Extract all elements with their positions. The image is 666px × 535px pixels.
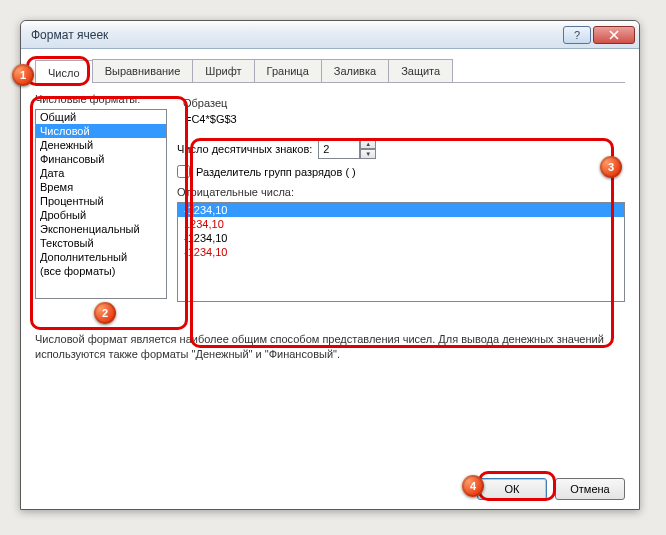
annotation-badge: 3 [600, 156, 622, 178]
decimals-label: Число десятичных знаков: [177, 143, 312, 155]
list-item[interactable]: Общий [36, 110, 166, 124]
category-label: Числовые форматы: [35, 93, 167, 105]
list-item[interactable]: (все форматы) [36, 264, 166, 278]
negative-listbox[interactable]: -1234,10 1234,10 -1234,10 -1234,10 [177, 202, 625, 302]
list-item[interactable]: 1234,10 [178, 217, 624, 231]
tab-protection[interactable]: Защита [388, 59, 453, 82]
list-item[interactable]: -1234,10 [178, 203, 624, 217]
format-hint: Числовой формат является наиболее общим … [35, 332, 625, 363]
titlebar: Формат ячеек ? [21, 21, 639, 49]
list-item[interactable]: Финансовый [36, 152, 166, 166]
list-item[interactable]: Время [36, 180, 166, 194]
list-item[interactable]: Текстовый [36, 236, 166, 250]
cancel-button[interactable]: Отмена [555, 478, 625, 500]
spinner-down-button[interactable]: ▼ [360, 149, 376, 159]
list-item[interactable]: Денежный [36, 138, 166, 152]
list-item[interactable]: -1234,10 [178, 231, 624, 245]
annotation-badge: 4 [462, 475, 484, 497]
list-item[interactable]: Дробный [36, 208, 166, 222]
thousands-separator-checkbox[interactable] [177, 165, 190, 178]
category-listbox[interactable]: Общий Числовой Денежный Финансовый Дата … [35, 109, 167, 299]
tab-fill[interactable]: Заливка [321, 59, 389, 82]
dialog-window: Формат ячеек ? Число Выравнивание Шрифт … [20, 20, 640, 510]
annotation-badge: 2 [94, 302, 116, 324]
list-item[interactable]: -1234,10 [178, 245, 624, 259]
tab-border[interactable]: Граница [254, 59, 322, 82]
decimals-spinner[interactable]: ▲ ▼ [318, 139, 376, 159]
sample-label: Образец [183, 97, 619, 109]
window-title: Формат ячеек [31, 28, 561, 42]
spinner-up-button[interactable]: ▲ [360, 139, 376, 149]
list-item[interactable]: Экспоненциальный [36, 222, 166, 236]
list-item[interactable]: Дополнительный [36, 250, 166, 264]
list-item[interactable]: Числовой [36, 124, 166, 138]
ok-button[interactable]: ОК [477, 478, 547, 500]
sample-value: =C4*$G$3 [183, 113, 619, 125]
tab-strip: Число Выравнивание Шрифт Граница Заливка… [35, 59, 625, 83]
tab-font[interactable]: Шрифт [192, 59, 254, 82]
list-item[interactable]: Процентный [36, 194, 166, 208]
thousands-separator-label: Разделитель групп разрядов ( ) [196, 166, 356, 178]
close-button[interactable] [593, 26, 635, 44]
help-button[interactable]: ? [563, 26, 591, 44]
svg-text:?: ? [574, 30, 580, 40]
tab-alignment[interactable]: Выравнивание [92, 59, 194, 82]
negative-label: Отрицательные числа: [177, 186, 625, 198]
list-item[interactable]: Дата [36, 166, 166, 180]
tab-number[interactable]: Число [35, 60, 93, 83]
decimals-input[interactable] [318, 139, 360, 159]
annotation-badge: 1 [12, 64, 34, 86]
